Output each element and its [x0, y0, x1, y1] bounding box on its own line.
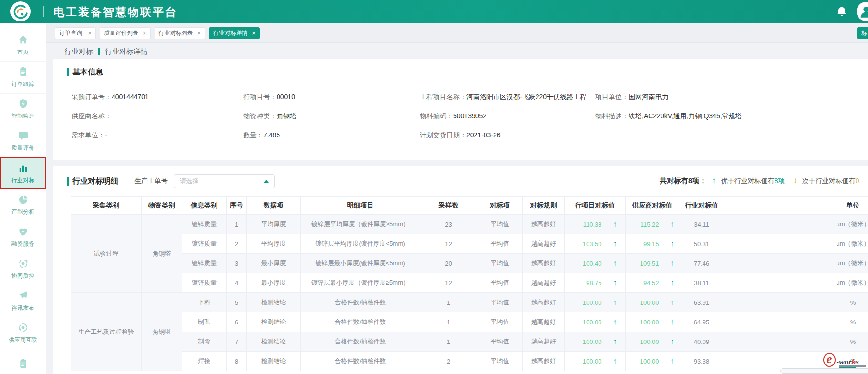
field-quantity: 数量：7.485	[243, 131, 420, 140]
logo-swirl-icon	[12, 3, 29, 20]
sidebar-item-label: 行业对标	[11, 177, 34, 185]
sidebar-item-label: 咨讯发布	[11, 304, 34, 312]
pie-chart-icon	[18, 194, 29, 205]
top-header: 电工装备智慧物联平台	[0, 0, 868, 23]
up-arrow-icon: ↑	[712, 176, 716, 185]
field-material-description: 物料描述：铁塔,AC220kV,通用,角钢,Q345,常规塔	[595, 112, 868, 121]
field-purchase-order-no: 采购订单号：4001444701	[72, 93, 243, 102]
paper-plane-icon	[18, 290, 29, 301]
group-category: 试验过程	[71, 215, 142, 293]
eworks-watermark: e-works	[823, 353, 859, 367]
sidebar-item-smart-supervision[interactable]: 智能监造	[0, 94, 46, 125]
section-accent-bar	[67, 68, 69, 76]
orbit-icon	[18, 258, 29, 269]
benchmark-table: 采集类别物资类别 信息类别序号 数据项明细项目 采样数对标项 对标规则行项目对标…	[71, 196, 868, 371]
table-row: 镀锌质量2 平均厚度镀锌层平均厚度(镀件厚度<5mm) 12平均值 越高越好 1…	[71, 234, 868, 254]
sidebar-item-home[interactable]: 首页	[0, 30, 46, 62]
group-material: 角钢塔	[142, 215, 182, 293]
up-arrow-icon: ↑	[671, 259, 674, 268]
basic-info-title: 基本信息	[72, 67, 103, 77]
breadcrumb-separator	[98, 48, 100, 55]
sidebar-item-collaborative-qc[interactable]: 协同质控	[0, 253, 46, 285]
tab-partial-clipped[interactable]: 标	[857, 27, 868, 39]
benchmark-detail-title: 行业对标明细	[72, 177, 118, 187]
up-arrow-icon: ↑	[671, 298, 674, 307]
sidebar-item-label: 协同质控	[11, 272, 34, 280]
group-category: 生产工艺及过程检验	[71, 293, 142, 371]
sidebar-item-capacity-analysis[interactable]: 产能分析	[0, 189, 46, 221]
table-row: 试验过程 角钢塔 镀锌质量1 平均厚度镀锌层平均厚度（镀件厚度≥5mm） 23平…	[71, 215, 868, 234]
table-row: 镀锌质量4 最小厚度镀锌层最小厚度（镀件厚度≥5mm） 12平均值 越高越好 9…	[71, 273, 868, 293]
summary-better-count: 8项	[775, 177, 785, 185]
benchmark-summary: 共对标有8项： ↑ 优于行业对标值有8项 ↓ 次于行业对标值有0	[660, 176, 859, 186]
up-arrow-icon: ↑	[613, 298, 617, 307]
summary-worse-count: 0	[856, 177, 859, 185]
heart-icon	[18, 226, 29, 237]
basic-info-grid: 采购订单号：4001444701 行项目号：00010 工程项目名称：河南洛阳市…	[67, 88, 868, 145]
up-arrow-icon: ↑	[613, 337, 617, 346]
work-order-select[interactable]: 请选择	[174, 174, 275, 188]
select-placeholder: 请选择	[180, 177, 198, 186]
sidebar-item-order-tracking[interactable]: 订单跟踪	[0, 62, 46, 94]
tab-close-icon[interactable]: ×	[143, 30, 146, 36]
up-arrow-icon: ↑	[613, 220, 617, 229]
sidebar-item-industry-benchmark[interactable]: 行业对标	[0, 157, 46, 189]
table-row: 制孔6 检测结论合格件数/抽检件数 1平均值 越高越好 100.00↑ 100.…	[71, 312, 868, 332]
summary-worse-text: 次于行业对标值有	[802, 177, 856, 185]
home-icon	[18, 34, 29, 45]
down-arrow-icon: ↓	[793, 176, 797, 185]
table-header-row: 采集类别物资类别 信息类别序号 数据项明细项目 采样数对标项 对标规则行项目对标…	[71, 197, 868, 215]
main-content: 订单查询 × 质量评价列表 × 行业对标列表 × 行业对标详情 × 标	[46, 23, 868, 374]
app-title: 电工装备智慧物联平台	[53, 5, 177, 20]
field-line-item-no: 行项目号：00010	[243, 93, 420, 102]
field-planned-delivery-date: 计划交货日期：2021-03-26	[420, 131, 595, 140]
tab-industry-benchmark-list[interactable]: 行业对标列表 ×	[155, 27, 206, 39]
sidebar-item-label: 融资服务	[11, 240, 34, 248]
field-material-type: 物资种类：角钢塔	[243, 112, 420, 121]
field-supplier-name: 供应商名称：	[72, 112, 243, 121]
table-row: 生产工艺及过程检验 角钢塔 下料5 检测结论合格件数/抽检件数 1平均值 越高越…	[71, 293, 868, 312]
up-arrow-icon: ↑	[613, 357, 617, 365]
user-avatar[interactable]	[857, 2, 868, 21]
sidebar-item-label: 质量评价	[11, 144, 34, 152]
tab-close-icon[interactable]: ×	[88, 30, 92, 36]
tab-quality-evaluation-list[interactable]: 质量评价列表 ×	[100, 27, 151, 39]
company-logo	[10, 1, 31, 21]
group-material: 角钢塔	[142, 293, 182, 371]
table-row: 焊接8 检测结论合格件数/抽检件数 2平均值 越高越好 100.00↑ 100.…	[71, 352, 868, 371]
sidebar-item-supplier-interconnect[interactable]: 供应商互联	[0, 317, 46, 349]
sidebar-item-financing-services[interactable]: 融资服务	[0, 221, 46, 253]
breadcrumb-parent[interactable]: 行业对标	[64, 47, 93, 56]
sidebar-item-news-publishing[interactable]: 咨讯发布	[0, 285, 46, 317]
chat-bubble-icon	[18, 130, 29, 141]
benchmark-table-wrap: 采集类别物资类别 信息类别序号 数据项明细项目 采样数对标项 对标规则行项目对标…	[71, 196, 868, 371]
benchmark-detail-card: 行业对标明细 生产工单号 请选择 共对标有8项： ↑ 优于行业对标值有8项 ↓ …	[53, 166, 868, 374]
horizontal-scrollbar[interactable]	[780, 368, 868, 374]
clipboard-icon	[18, 66, 29, 77]
breadcrumb: 行业对标 行业对标详情	[64, 47, 148, 56]
field-project-name: 工程项目名称：河南洛阳市区汉都-飞跃220千伏线路工程	[420, 93, 595, 102]
table-row: 制弯7 检测结论合格件数/抽检件数 1平均值 越高越好 100.00↑ 100.…	[71, 332, 868, 352]
up-arrow-icon: ↑	[613, 279, 617, 287]
clipboard-icon	[18, 358, 29, 369]
tab-order-query[interactable]: 订单查询 ×	[55, 27, 96, 39]
field-demand-unit: 需求单位：-	[72, 131, 243, 140]
orbit-target-icon	[18, 322, 29, 333]
sidebar-item-label: 订单跟踪	[11, 80, 34, 88]
tab-industry-benchmark-detail[interactable]: 行业对标详情 ×	[209, 27, 260, 39]
shield-bolt-icon	[18, 98, 29, 109]
up-arrow-icon: ↑	[671, 279, 674, 287]
basic-info-card: 基本信息 采购订单号：4001444701 行项目号：00010 工程项目名称：…	[53, 59, 868, 160]
notification-bell-icon[interactable]	[836, 6, 848, 18]
field-project-unit: 项目单位：国网河南电力	[595, 93, 868, 102]
sidebar-item-label: 首页	[17, 48, 29, 56]
up-arrow-icon: ↑	[613, 318, 617, 326]
up-arrow-icon: ↑	[671, 357, 674, 365]
work-order-label: 生产工单号	[134, 177, 168, 186]
sidebar-item-partial[interactable]	[0, 349, 46, 374]
tab-close-icon[interactable]: ×	[252, 30, 256, 36]
sidebar-item-label: 产能分析	[11, 208, 34, 216]
sidebar-item-quality-evaluation[interactable]: 质量评价	[0, 125, 46, 157]
bar-chart-icon	[18, 163, 29, 174]
tab-close-icon[interactable]: ×	[197, 30, 201, 36]
